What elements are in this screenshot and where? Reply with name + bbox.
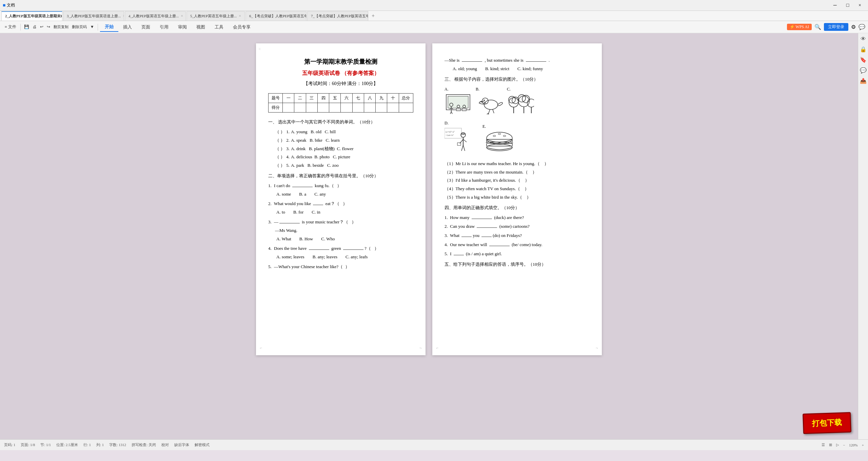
wps-ai-btn[interactable]: ⚡ WPS AI xyxy=(787,24,812,30)
status-font: 缺后字体 xyxy=(174,442,189,447)
minimize-btn[interactable]: ─ xyxy=(829,1,841,9)
save-btn[interactable]: 💾 xyxy=(23,24,31,30)
maximize-btn[interactable]: □ xyxy=(842,1,853,9)
view-mode-icon-2[interactable]: ⊞ xyxy=(829,443,832,447)
sidebar-chat-icon[interactable]: 💬 xyxy=(860,67,867,74)
settings-icon[interactable]: ⚙ xyxy=(851,24,856,30)
s4-q4: 4. Our new teacher will (be/ come) today… xyxy=(445,241,590,248)
sidebar-share-icon[interactable]: 📤 xyxy=(860,78,867,84)
redo-btn[interactable]: ↪ xyxy=(45,24,52,30)
toolbar-divider-1 xyxy=(20,24,21,31)
s4-q3: 3. What you (do) on Fridays? xyxy=(445,232,590,239)
status-calibrate[interactable]: 校对 xyxy=(161,442,169,447)
score-cell-3 xyxy=(306,103,317,112)
del-page-btn[interactable]: 删除页码 xyxy=(71,24,88,30)
tab-bar: 2_人教PEP版五年级英语上册期末H... × 3_人教PEP版五年级英语道上册… xyxy=(0,11,868,21)
toolbar-tab-review[interactable]: 审阅 xyxy=(173,23,192,32)
section2-title: 二、单项选择，将正确答案的序号填在括号里。（10分） xyxy=(268,173,413,180)
sidebar-lock-icon[interactable]: 🔒 xyxy=(860,46,867,53)
s4-q4-text: 4. Our new teacher will (be/ come) today… xyxy=(445,242,542,247)
toolbar-tab-page[interactable]: 页面 xyxy=(137,23,155,32)
print-btn[interactable]: 🖨 xyxy=(31,24,38,30)
q1-3-options: A. drink B. plant(植物) C. flower xyxy=(291,145,354,153)
format-btn[interactable]: ▼ xyxy=(89,24,96,30)
s4-q2: 2. Can you draw (some) cartoons? xyxy=(445,223,590,230)
tab-3-close[interactable]: × xyxy=(181,14,183,19)
svg-rect-29 xyxy=(445,128,461,138)
q1-1-options: A. young B. old C. hill xyxy=(291,128,336,136)
login-btn[interactable]: 立即登录 xyxy=(824,23,848,31)
s3-q3: （3）I'd like a hamburger, it's delicious.… xyxy=(445,177,590,184)
tab-1[interactable]: 2_人教PEP版五年级英语上册期末H... × xyxy=(1,11,62,21)
copy-page-btn[interactable]: 翻页复制 xyxy=(52,24,70,30)
toolbar-tab-member[interactable]: 会员专享 xyxy=(228,23,255,32)
q2-5-cont-text: —She is , but sometimes she is . xyxy=(445,57,590,64)
undo-btn[interactable]: ↩ xyxy=(39,24,45,30)
status-pos: 位置: 2.5厘米 xyxy=(56,442,78,447)
image-c-svg xyxy=(507,93,534,117)
add-tab-btn[interactable]: + xyxy=(369,13,377,19)
tab-6[interactable]: 7_【考点突破】人教PEP版英语五年... × xyxy=(307,11,368,21)
svg-point-44 xyxy=(498,133,501,135)
score-header-7: 七 xyxy=(352,93,364,103)
tab-4-close[interactable]: × xyxy=(239,14,241,19)
q1-3-bracket: （ ） xyxy=(275,145,285,153)
q2-5-middle: , but sometimes she is xyxy=(485,57,523,64)
page-2: —She is , but sometimes she is . A. old;… xyxy=(432,43,602,355)
q2-5-content: —What's your Chinese teacher like?（ ） xyxy=(273,263,350,270)
download-btn[interactable]: 打包下载 xyxy=(803,412,851,434)
tab-2[interactable]: 3_人教PEP版五年级英语道上册... × xyxy=(63,11,124,21)
score-header-9: 九 xyxy=(376,93,387,103)
svg-rect-8 xyxy=(456,108,460,111)
score-cell-total xyxy=(399,103,413,112)
zoom-in-btn[interactable]: + xyxy=(862,443,864,447)
q2-3-sub: —Ms Wang. xyxy=(275,227,413,234)
score-cell-1 xyxy=(283,103,294,112)
score-header-2: 二 xyxy=(294,93,306,103)
sidebar-bookmark-icon[interactable]: 🔖 xyxy=(860,57,867,63)
toolbar-tab-insert[interactable]: 插入 xyxy=(118,23,137,32)
svg-point-27 xyxy=(527,99,534,107)
title-bar: ■ 文档 ─ □ × xyxy=(0,0,868,11)
score-row-label: 得分 xyxy=(269,103,283,112)
sidebar-eye-icon[interactable]: 👁 xyxy=(861,36,866,42)
svg-point-43 xyxy=(493,135,496,137)
s3-q5-text: （5）There is a big white bird in the sky.… xyxy=(445,195,531,200)
q2-1-block: 1. I can't do kung fu.（ ） A. some B. a C… xyxy=(268,182,413,198)
toolbar-tab-view[interactable]: 视图 xyxy=(192,23,210,32)
tab-5-label: 6_【考点突破】人教PEP版英语五年... xyxy=(249,14,307,19)
view-mode-icon-1[interactable]: ☰ xyxy=(822,443,825,447)
tab-5[interactable]: 6_【考点突破】人教PEP版英语五年... × xyxy=(245,11,307,21)
q2-1-text: 1. I can't do kung fu.（ ） xyxy=(268,182,413,189)
svg-point-14 xyxy=(484,100,485,101)
tab-4[interactable]: 5_人教PEP英语五年级上册... × xyxy=(186,11,245,21)
search-icon[interactable]: 🔍 xyxy=(814,24,821,30)
exam-title: 第一学期期末教学质量检测 xyxy=(268,57,413,67)
zoom-out-btn[interactable]: − xyxy=(843,443,845,447)
tab-3[interactable]: 4_人教PEP版英语五年级上册... × xyxy=(125,11,186,21)
menu-file[interactable]: ≡ 文件 xyxy=(3,23,18,31)
q1-2-bracket: （ ） xyxy=(275,137,285,144)
section5-title: 五、给下列句子选择相应的答语，填序号。（10分） xyxy=(445,261,590,268)
q2-4-opt-c: C. any; leafs xyxy=(346,254,368,261)
status-page: 页码: 1 xyxy=(4,442,15,447)
view-mode-icon-3[interactable]: ▷ xyxy=(836,443,839,447)
image-d: D. (a+b)²=a² +2ab+b² xyxy=(445,120,472,157)
s4-q3-text: 3. What you (do) on Fridays? xyxy=(445,233,522,238)
toolbar-tab-tools[interactable]: 工具 xyxy=(210,23,228,32)
q1-2-num: 2. xyxy=(286,137,290,144)
s4-q1: 1. How many (duck) are there? xyxy=(445,214,590,221)
toolbar-tab-start[interactable]: 开始 xyxy=(100,22,118,32)
close-btn[interactable]: × xyxy=(854,1,865,9)
comment-icon[interactable]: 💬 xyxy=(859,24,865,30)
q2-4-options: A. some; leaves B. any; leaves C. any; l… xyxy=(276,254,413,261)
score-cell-6 xyxy=(341,103,352,112)
q2-4-content: Does the tree have green ?（ ） xyxy=(273,245,379,252)
status-right: ☰ ⊞ ▷ − 120% + xyxy=(822,443,864,447)
exam-info: 【考试时间：60分钟 满分：100分】 xyxy=(268,80,413,87)
score-cell-4 xyxy=(317,103,329,112)
score-header-1: 一 xyxy=(283,93,294,103)
toolbar-tab-ref[interactable]: 引用 xyxy=(155,23,173,32)
q2-3-opt-b: B. How xyxy=(299,236,313,243)
tab-2-close[interactable]: × xyxy=(123,14,124,19)
